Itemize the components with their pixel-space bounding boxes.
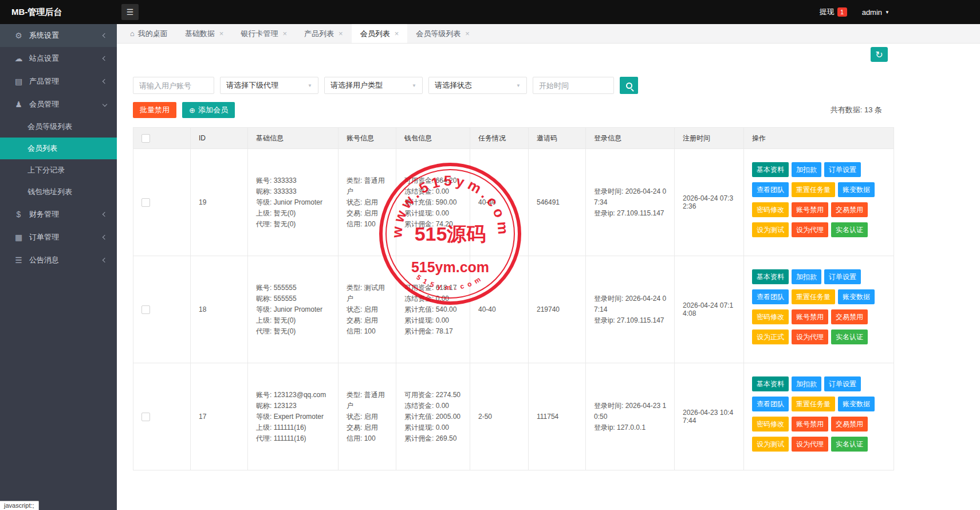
info-line: 交易: 启用 xyxy=(347,208,391,219)
add-member-button[interactable]: ⊕ 添加会员 xyxy=(182,102,235,118)
gear-icon: ⚙ xyxy=(14,31,23,40)
member-table: ID基础信息账号信息钱包信息任务情况邀请码登录信息注册时间操作 19账号: 33… xyxy=(133,127,894,470)
search-icon xyxy=(626,83,632,89)
op-button[interactable]: 账变数据 xyxy=(838,397,875,411)
sidebar-item[interactable]: ♟会员管理 xyxy=(0,93,117,116)
wallet-info-cell: 可用资金: 2274.50冻结资金: 0.00累计充值: 2005.00累计提现… xyxy=(396,363,470,470)
sidebar-item[interactable]: ☰公告消息 xyxy=(0,249,117,272)
op-button[interactable]: 查看团队 xyxy=(752,182,789,197)
op-button[interactable]: 设为代理 xyxy=(792,329,828,344)
tab-close-icon[interactable]: × xyxy=(282,29,287,38)
row-checkbox[interactable] xyxy=(141,413,150,421)
tab-item[interactable]: ⌂我的桌面 xyxy=(121,24,176,43)
sidebar-subitem[interactable]: 会员列表 xyxy=(0,138,117,159)
op-button[interactable]: 订单设置 xyxy=(824,162,861,177)
tab-item[interactable]: 基础数据× xyxy=(176,24,233,43)
sidebar-item[interactable]: ▦订单管理 xyxy=(0,226,117,249)
tab-close-icon[interactable]: × xyxy=(395,29,399,38)
op-button[interactable]: 交易禁用 xyxy=(831,309,868,324)
tab-item[interactable]: 产品列表× xyxy=(296,24,352,43)
tab-close-icon[interactable]: × xyxy=(219,29,224,38)
op-button[interactable]: 设为正式 xyxy=(752,329,789,344)
invite-code-cell: 111754 xyxy=(529,363,586,470)
table-body: 19账号: 333333昵称: 333333等级: Junior Promote… xyxy=(133,149,894,470)
chevron-left-icon xyxy=(103,79,107,84)
column-header: ID xyxy=(191,128,248,149)
info-line: 状态: 启用 xyxy=(347,304,391,315)
info-line: 累计佣金: 78.17 xyxy=(404,326,465,337)
op-button[interactable]: 账变数据 xyxy=(838,289,875,304)
op-button[interactable]: 账变数据 xyxy=(838,182,875,197)
info-line: 累计提现: 0.00 xyxy=(404,208,465,219)
sidebar-item[interactable]: ▤产品管理 xyxy=(0,70,117,93)
op-button[interactable]: 实名认证 xyxy=(831,329,868,344)
sidebar-subitem[interactable]: 钱包地址列表 xyxy=(0,181,117,203)
sidebar-item[interactable]: ⚙系统设置 xyxy=(0,24,117,47)
op-button[interactable]: 查看团队 xyxy=(752,289,789,304)
op-button[interactable]: 实名认证 xyxy=(831,222,868,237)
tab-item[interactable]: 会员列表× xyxy=(352,24,408,43)
info-line: 可用资金: 2274.50 xyxy=(404,390,465,401)
batch-disable-button[interactable]: 批量禁用 xyxy=(133,102,176,118)
user-menu[interactable]: admin ▼ xyxy=(862,8,890,17)
op-button[interactable]: 查看团队 xyxy=(752,397,789,411)
op-button[interactable]: 基本资料 xyxy=(752,269,789,284)
tab-close-icon[interactable]: × xyxy=(465,29,470,38)
op-button[interactable]: 重置任务量 xyxy=(792,182,835,197)
tab-label: 基础数据 xyxy=(185,29,215,39)
op-button[interactable]: 设为测试 xyxy=(752,437,789,452)
account-input[interactable] xyxy=(133,77,214,94)
tab-item[interactable]: 会员等级列表× xyxy=(407,24,478,43)
op-button[interactable]: 账号禁用 xyxy=(792,202,828,217)
op-button[interactable]: 设为测试 xyxy=(752,222,789,237)
row-checkbox[interactable] xyxy=(141,305,150,314)
op-button[interactable]: 加扣款 xyxy=(792,162,821,177)
sidebar-item[interactable]: ☁站点设置 xyxy=(0,47,117,70)
start-time-input[interactable] xyxy=(533,77,614,94)
agent-select[interactable]: 请选择下级代理 ▼ xyxy=(220,77,318,94)
row-checkbox[interactable] xyxy=(141,198,150,207)
tab-close-icon[interactable]: × xyxy=(339,29,343,38)
login-info-cell: 登录时间: 2026-04-24 07:34登录ip: 27.109.115.1… xyxy=(586,149,675,256)
op-button[interactable]: 重置任务量 xyxy=(792,397,835,411)
action-row: 批量禁用 ⊕ 添加会员 共有数据: 13 条 xyxy=(133,102,894,118)
sidebar-item[interactable]: $财务管理 xyxy=(0,203,117,226)
sidebar-item-label: 系统设置 xyxy=(29,30,103,41)
op-button[interactable]: 交易禁用 xyxy=(831,417,868,431)
search-button[interactable] xyxy=(620,77,638,94)
info-line: 昵称: 333333 xyxy=(256,186,333,197)
status-select-value: 请选择状态 xyxy=(435,80,472,91)
op-button[interactable]: 交易禁用 xyxy=(831,202,868,217)
op-button[interactable]: 密码修改 xyxy=(752,202,789,217)
sidebar-subitem[interactable]: 上下分记录 xyxy=(0,159,117,181)
op-button[interactable]: 实名认证 xyxy=(831,437,868,452)
op-button[interactable]: 密码修改 xyxy=(752,417,789,431)
op-button[interactable]: 重置任务量 xyxy=(792,289,835,304)
row-select-cell xyxy=(133,149,191,256)
info-line: 登录时间: 2026-04-24 07:14 xyxy=(594,293,670,315)
op-button[interactable]: 订单设置 xyxy=(824,376,861,391)
hamburger-button[interactable]: ☰ xyxy=(121,4,139,20)
tab-item[interactable]: 银行卡管理× xyxy=(232,24,296,43)
withdraw-menu-item[interactable]: 提现 1 xyxy=(820,7,847,17)
op-button[interactable]: 设为代理 xyxy=(792,437,828,452)
op-button[interactable]: 加扣款 xyxy=(792,376,821,391)
op-button[interactable]: 基本资料 xyxy=(752,162,789,177)
op-button[interactable]: 加扣款 xyxy=(792,269,821,284)
status-select[interactable]: 请选择状态 ▼ xyxy=(428,77,527,94)
op-button[interactable]: 基本资料 xyxy=(752,376,789,391)
op-button[interactable]: 账号禁用 xyxy=(792,309,828,324)
sidebar-subitem[interactable]: 会员等级列表 xyxy=(0,116,117,138)
info-line: 交易: 启用 xyxy=(347,315,391,326)
info-line: 账号: 123123@qq.com xyxy=(256,390,333,401)
tasks-cell: 40-40 xyxy=(470,256,529,363)
op-button[interactable]: 密码修改 xyxy=(752,309,789,324)
content: ↻ 请选择下级代理 ▼ 请选择用户类型 ▼ 请选择状态 ▼ 批 xyxy=(117,44,896,470)
op-button[interactable]: 设为代理 xyxy=(792,222,828,237)
op-button[interactable]: 订单设置 xyxy=(824,269,861,284)
user-type-select[interactable]: 请选择用户类型 ▼ xyxy=(324,77,423,94)
select-all-checkbox[interactable] xyxy=(141,134,150,143)
refresh-button[interactable]: ↻ xyxy=(871,47,888,62)
tasks-cell: 2-50 xyxy=(470,363,529,470)
op-button[interactable]: 账号禁用 xyxy=(792,417,828,431)
